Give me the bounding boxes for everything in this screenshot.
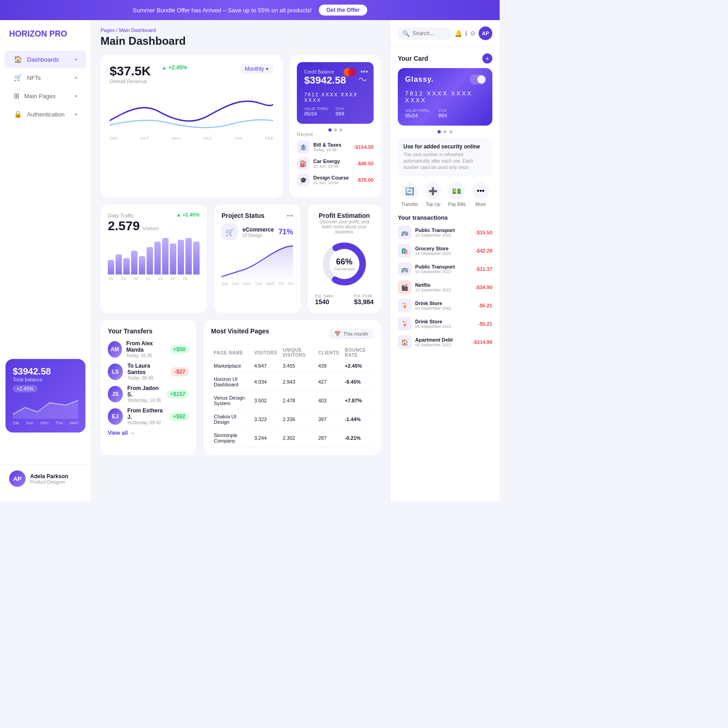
month-filter-button[interactable]: 📅 This month [329, 329, 374, 339]
top-banner: Summer Bundle Offer has Arrived – Save u… [0, 0, 500, 20]
recent-item: 🎓 Design Course 21 Jun, 19:04 -$70.00 [297, 174, 374, 186]
view-all-button[interactable]: View all → [108, 430, 189, 436]
traffic-count: 2.579 [108, 219, 140, 233]
col-page-name: PAGE NAME [211, 346, 251, 359]
user-avatar-button[interactable]: AP [479, 26, 492, 40]
sidebar-balance-label: Total balance [13, 377, 78, 382]
est-sales: 1540 [315, 298, 334, 306]
monthly-selector[interactable]: Monthly ▾ [240, 64, 273, 74]
card-wave-icon [357, 75, 368, 85]
revenue-amount: $37.5K [110, 64, 151, 79]
table-row: Horizon UI Dashboard 4.034 2.943 427 -9.… [211, 373, 374, 391]
transfer-avatar: AM [108, 341, 122, 358]
get-offer-button[interactable]: Get the Offer [319, 5, 367, 16]
course-icon: 🎓 [297, 174, 310, 186]
sidebar-item-nfts[interactable]: 🛒 NFTs ▾ [5, 69, 86, 86]
project-menu-icon[interactable]: ••• [287, 212, 293, 219]
settings-icon[interactable]: ⚙ [470, 30, 476, 37]
project-line-chart [222, 245, 293, 281]
traffic-label: Daily Traffic [108, 213, 134, 218]
est-profit: $3,984 [354, 298, 374, 306]
transfer-amount: +$50 [169, 345, 189, 354]
transfer-avatar: JS [108, 386, 123, 402]
transaction-item: 🚌 Public Transport 15 September 2022 -$1… [398, 262, 492, 276]
sidebar-item-authentication[interactable]: 🔒 Authentication ▾ [5, 106, 86, 123]
transfer-action[interactable]: 🔄 Transfer [401, 183, 418, 207]
page-title: Main Dashboard [100, 35, 381, 47]
col-bounce: BOUNCE RATE [342, 346, 374, 359]
card-pagination-dots [398, 130, 492, 133]
transfer-avatar: EJ [108, 408, 123, 425]
traffic-bar-chart [108, 238, 200, 274]
card-brand: Glassy. [405, 75, 434, 84]
chevron-icon: ▾ [75, 57, 77, 62]
more-icon: ••• [473, 183, 489, 199]
sidebar-item-dashboards[interactable]: 🏠 Dashboards ▾ [5, 51, 86, 68]
transfer-amount: -$27 [171, 367, 189, 376]
profit-donut-chart: 66% Conversion [315, 239, 374, 289]
drink2-icon: 🍹 [398, 317, 411, 331]
profit-desc: Discover your profit, and learn more abo… [315, 219, 374, 234]
col-visitors: VISITORS [251, 346, 280, 359]
transfer-item: AM From Alex Manda Today, 16:36 +$50 [108, 340, 189, 358]
table-row: Simmmple Company 3.244 2.302 287 -0.21% [211, 429, 374, 448]
transaction-item: 🚌 Public Transport 22 September 2022 -$1… [398, 226, 492, 239]
project-ecommerce-icon: 🛒 [222, 224, 238, 240]
search-input[interactable] [412, 30, 446, 37]
sidebar-user-role: Product Designer [30, 480, 68, 485]
transfers-title: Your Transfers [108, 327, 189, 335]
project-name: eCommerce [243, 227, 274, 233]
transfer-icon: 🔄 [401, 183, 418, 199]
transfer-avatar: LS [108, 364, 123, 380]
line-chart-labels: Sat Sun Mon Tue Wed Thr Fri [222, 281, 293, 286]
project-title: Project Status [222, 212, 264, 219]
transport2-icon: 🚌 [398, 262, 411, 276]
table-row: Chakra UI Design 3.323 2.336 397 -1.44% [211, 410, 374, 429]
topup-action[interactable]: ➕ Top Up [425, 183, 441, 207]
transfer-item: LS To Laura Santos Today, 08:49 -$27 [108, 363, 189, 380]
credit-card-main: Credit Balance $3942.58 ••• 7812 XXXX XX… [297, 62, 374, 124]
project-pct: 71% [279, 228, 293, 236]
sidebar: HORIZON PRO 🏠 Dashboards ▾ 🛒 NFTs ▾ ⊞ Ma… [0, 20, 91, 501]
profit-stats: Est. Sales 1540 Est. Profit $3,984 [315, 294, 374, 306]
sidebar-nav: 🏠 Dashboards ▾ 🛒 NFTs ▾ ⊞ Main Pages ▾ 🔒… [0, 50, 91, 124]
notification-icon[interactable]: 🔔 [454, 30, 462, 37]
transaction-item: 🎬 Netflix 12 September 2022 -$34.90 [398, 280, 492, 294]
chevron-icon: ▾ [75, 112, 77, 117]
security-desc: The card number is refreshed automatical… [403, 152, 487, 171]
glassy-card: Glassy. 7812 XXXX XXXX XXXX VALID THRU 0… [398, 68, 492, 126]
right-panel: 🔍 🔔 ℹ ⚙ AP Your Card + Glassy. [390, 20, 500, 501]
sidebar-item-main-pages[interactable]: ⊞ Main Pages ▾ [5, 87, 86, 105]
info-icon[interactable]: ℹ [465, 30, 467, 37]
paybills-action[interactable]: 💵 Pay Bills [448, 183, 465, 207]
visited-card: Most Visited Pages 📅 This month PAGE NAM… [204, 320, 381, 455]
traffic-visitors-label: Visitors [142, 226, 159, 231]
security-info: Use for added security online The card n… [398, 138, 492, 176]
tx-amount: -$11.37 [475, 266, 492, 272]
recent-label: Recent [297, 132, 374, 137]
grocery-icon: 🛍️ [398, 244, 411, 258]
donut-pct: 66% [334, 257, 355, 267]
transfer-amount: +$92 [169, 412, 189, 421]
traffic-change: ▲ +2.45% [176, 212, 200, 217]
revenue-change: +2.45% [169, 64, 187, 71]
drink-icon: 🍹 [398, 299, 411, 312]
main-content: Pages / Main Dashboard Main Dashboard $3… [91, 20, 390, 501]
transaction-item: 🍹 Drink Store 09 September 2022 -$5.21 [398, 317, 492, 331]
tx-amount: -$5.21 [478, 321, 492, 327]
sidebar-mini-chart [13, 396, 78, 419]
tx-amount: -$314.90 [473, 339, 492, 345]
search-box[interactable]: 🔍 [398, 27, 451, 40]
revenue-card: $37.5K Overall Revenue ▲ +2.45% Monthly … [100, 55, 282, 197]
sidebar-user: AP Adela Parkson Product Designer [0, 464, 91, 492]
add-card-button[interactable]: + [482, 53, 492, 63]
more-action[interactable]: ••• More [473, 183, 489, 207]
project-card: Project Status ••• 🛒 eCommerce UI Design… [214, 205, 301, 313]
apartment-icon: 🏠 [398, 335, 411, 349]
card-indicator [297, 128, 374, 132]
home-icon: 🏠 [14, 55, 22, 63]
project-item: 🛒 eCommerce UI Design 71% [222, 224, 293, 240]
chevron-icon: ▾ [75, 75, 77, 80]
transfer-item: EJ From Esthera J. Yesterday, 09:42 +$92 [108, 407, 189, 425]
revenue-chart-labels: SEP OCT NOV DEC JAN FEB [110, 136, 273, 141]
